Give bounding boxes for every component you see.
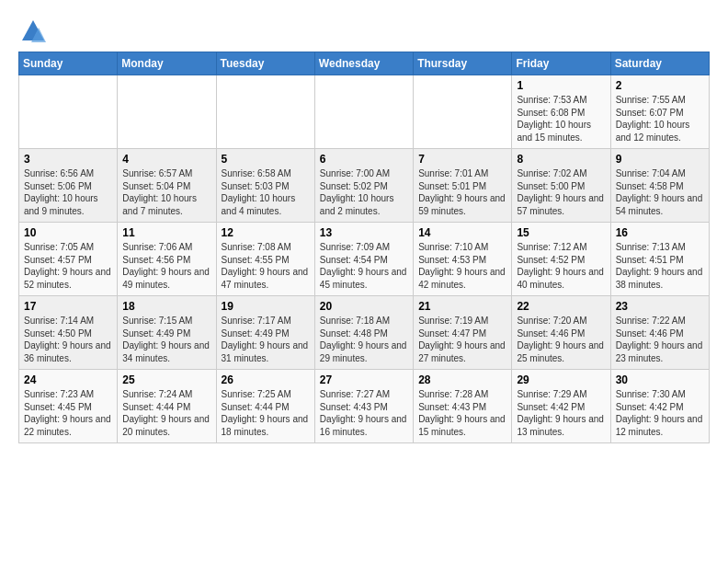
day-number: 16 bbox=[616, 226, 704, 239]
day-info: Sunrise: 7:05 AM Sunset: 4:57 PM Dayligh… bbox=[24, 241, 112, 291]
calendar-cell bbox=[19, 75, 118, 149]
calendar-cell: 10Sunrise: 7:05 AM Sunset: 4:57 PM Dayli… bbox=[19, 223, 118, 296]
day-info: Sunrise: 6:56 AM Sunset: 5:06 PM Dayligh… bbox=[24, 167, 112, 217]
day-info: Sunrise: 7:23 AM Sunset: 4:45 PM Dayligh… bbox=[24, 388, 112, 438]
page-header bbox=[18, 18, 710, 44]
day-info: Sunrise: 7:17 AM Sunset: 4:49 PM Dayligh… bbox=[222, 315, 310, 364]
day-number: 29 bbox=[517, 373, 605, 386]
day-number: 5 bbox=[222, 153, 310, 166]
calendar-cell: 17Sunrise: 7:14 AM Sunset: 4:50 PM Dayli… bbox=[19, 296, 118, 370]
calendar-cell: 12Sunrise: 7:08 AM Sunset: 4:55 PM Dayli… bbox=[216, 223, 314, 296]
day-info: Sunrise: 7:30 AM Sunset: 4:42 PM Dayligh… bbox=[616, 388, 704, 438]
day-info: Sunrise: 7:14 AM Sunset: 4:50 PM Dayligh… bbox=[24, 315, 112, 364]
day-info: Sunrise: 6:57 AM Sunset: 5:04 PM Dayligh… bbox=[122, 167, 210, 217]
calendar-cell: 24Sunrise: 7:23 AM Sunset: 4:45 PM Dayli… bbox=[19, 370, 118, 443]
calendar-cell: 4Sunrise: 6:57 AM Sunset: 5:04 PM Daylig… bbox=[118, 149, 216, 223]
day-info: Sunrise: 7:13 AM Sunset: 4:51 PM Dayligh… bbox=[616, 241, 704, 291]
day-number: 19 bbox=[222, 300, 310, 313]
day-number: 26 bbox=[222, 373, 310, 386]
day-info: Sunrise: 7:20 AM Sunset: 4:46 PM Dayligh… bbox=[517, 315, 605, 364]
day-info: Sunrise: 7:55 AM Sunset: 6:07 PM Dayligh… bbox=[616, 94, 704, 144]
day-number: 3 bbox=[24, 153, 112, 166]
day-info: Sunrise: 7:02 AM Sunset: 5:00 PM Dayligh… bbox=[517, 167, 605, 217]
day-number: 7 bbox=[418, 153, 506, 166]
weekday-header-thursday: Thursday bbox=[414, 52, 512, 75]
calendar-header: SundayMondayTuesdayWednesdayThursdayFrid… bbox=[19, 52, 710, 75]
calendar-cell: 9Sunrise: 7:04 AM Sunset: 4:58 PM Daylig… bbox=[610, 149, 709, 223]
logo-icon bbox=[20, 18, 46, 44]
calendar-week-4: 17Sunrise: 7:14 AM Sunset: 4:50 PM Dayli… bbox=[19, 296, 710, 370]
logo bbox=[18, 18, 46, 44]
day-number: 4 bbox=[122, 153, 210, 166]
calendar-cell: 20Sunrise: 7:18 AM Sunset: 4:48 PM Dayli… bbox=[314, 296, 413, 370]
calendar-cell: 1Sunrise: 7:53 AM Sunset: 6:08 PM Daylig… bbox=[512, 75, 610, 149]
weekday-header-sunday: Sunday bbox=[19, 52, 118, 75]
day-info: Sunrise: 6:58 AM Sunset: 5:03 PM Dayligh… bbox=[222, 167, 310, 217]
calendar-week-1: 1Sunrise: 7:53 AM Sunset: 6:08 PM Daylig… bbox=[19, 75, 710, 149]
calendar-cell: 2Sunrise: 7:55 AM Sunset: 6:07 PM Daylig… bbox=[610, 75, 709, 149]
day-number: 1 bbox=[517, 79, 605, 92]
header-row: SundayMondayTuesdayWednesdayThursdayFrid… bbox=[19, 52, 710, 75]
calendar-cell: 29Sunrise: 7:29 AM Sunset: 4:42 PM Dayli… bbox=[512, 370, 610, 443]
day-info: Sunrise: 7:00 AM Sunset: 5:02 PM Dayligh… bbox=[320, 167, 408, 217]
calendar-cell: 8Sunrise: 7:02 AM Sunset: 5:00 PM Daylig… bbox=[512, 149, 610, 223]
day-number: 20 bbox=[320, 300, 408, 313]
day-number: 14 bbox=[418, 226, 506, 239]
calendar-table: SundayMondayTuesdayWednesdayThursdayFrid… bbox=[18, 52, 710, 443]
calendar-cell: 22Sunrise: 7:20 AM Sunset: 4:46 PM Dayli… bbox=[512, 296, 610, 370]
day-info: Sunrise: 7:04 AM Sunset: 4:58 PM Dayligh… bbox=[616, 167, 704, 217]
day-number: 30 bbox=[616, 373, 704, 386]
day-info: Sunrise: 7:28 AM Sunset: 4:43 PM Dayligh… bbox=[418, 388, 506, 438]
day-number: 2 bbox=[616, 79, 704, 92]
day-info: Sunrise: 7:18 AM Sunset: 4:48 PM Dayligh… bbox=[320, 315, 408, 364]
calendar-cell: 19Sunrise: 7:17 AM Sunset: 4:49 PM Dayli… bbox=[216, 296, 314, 370]
calendar-cell: 21Sunrise: 7:19 AM Sunset: 4:47 PM Dayli… bbox=[414, 296, 512, 370]
day-number: 17 bbox=[24, 300, 112, 313]
weekday-header-wednesday: Wednesday bbox=[314, 52, 413, 75]
day-info: Sunrise: 7:24 AM Sunset: 4:44 PM Dayligh… bbox=[122, 388, 210, 438]
calendar-cell: 15Sunrise: 7:12 AM Sunset: 4:52 PM Dayli… bbox=[512, 223, 610, 296]
day-number: 11 bbox=[122, 226, 210, 239]
calendar-cell bbox=[216, 75, 314, 149]
calendar-week-5: 24Sunrise: 7:23 AM Sunset: 4:45 PM Dayli… bbox=[19, 370, 710, 443]
calendar-cell: 5Sunrise: 6:58 AM Sunset: 5:03 PM Daylig… bbox=[216, 149, 314, 223]
day-number: 25 bbox=[122, 373, 210, 386]
day-number: 12 bbox=[222, 226, 310, 239]
day-number: 28 bbox=[418, 373, 506, 386]
calendar-cell: 26Sunrise: 7:25 AM Sunset: 4:44 PM Dayli… bbox=[216, 370, 314, 443]
weekday-header-friday: Friday bbox=[512, 52, 610, 75]
day-number: 6 bbox=[320, 153, 408, 166]
day-number: 24 bbox=[24, 373, 112, 386]
day-number: 13 bbox=[320, 226, 408, 239]
day-info: Sunrise: 7:09 AM Sunset: 4:54 PM Dayligh… bbox=[320, 241, 408, 291]
weekday-header-tuesday: Tuesday bbox=[216, 52, 314, 75]
day-info: Sunrise: 7:29 AM Sunset: 4:42 PM Dayligh… bbox=[517, 388, 605, 438]
day-info: Sunrise: 7:27 AM Sunset: 4:43 PM Dayligh… bbox=[320, 388, 408, 438]
weekday-header-saturday: Saturday bbox=[610, 52, 709, 75]
day-number: 27 bbox=[320, 373, 408, 386]
calendar-cell bbox=[314, 75, 413, 149]
day-number: 9 bbox=[616, 153, 704, 166]
day-info: Sunrise: 7:12 AM Sunset: 4:52 PM Dayligh… bbox=[517, 241, 605, 291]
calendar-week-2: 3Sunrise: 6:56 AM Sunset: 5:06 PM Daylig… bbox=[19, 149, 710, 223]
day-number: 22 bbox=[517, 300, 605, 313]
calendar-cell: 16Sunrise: 7:13 AM Sunset: 4:51 PM Dayli… bbox=[610, 223, 709, 296]
calendar-cell: 7Sunrise: 7:01 AM Sunset: 5:01 PM Daylig… bbox=[414, 149, 512, 223]
day-info: Sunrise: 7:25 AM Sunset: 4:44 PM Dayligh… bbox=[222, 388, 310, 438]
day-info: Sunrise: 7:19 AM Sunset: 4:47 PM Dayligh… bbox=[418, 315, 506, 364]
calendar-cell: 13Sunrise: 7:09 AM Sunset: 4:54 PM Dayli… bbox=[314, 223, 413, 296]
calendar-cell: 27Sunrise: 7:27 AM Sunset: 4:43 PM Dayli… bbox=[314, 370, 413, 443]
calendar-cell: 11Sunrise: 7:06 AM Sunset: 4:56 PM Dayli… bbox=[118, 223, 216, 296]
calendar-cell: 6Sunrise: 7:00 AM Sunset: 5:02 PM Daylig… bbox=[314, 149, 413, 223]
calendar-cell: 18Sunrise: 7:15 AM Sunset: 4:49 PM Dayli… bbox=[118, 296, 216, 370]
day-info: Sunrise: 7:10 AM Sunset: 4:53 PM Dayligh… bbox=[418, 241, 506, 291]
day-info: Sunrise: 7:53 AM Sunset: 6:08 PM Dayligh… bbox=[517, 94, 605, 144]
day-info: Sunrise: 7:22 AM Sunset: 4:46 PM Dayligh… bbox=[616, 315, 704, 364]
calendar-cell bbox=[118, 75, 216, 149]
calendar-cell: 14Sunrise: 7:10 AM Sunset: 4:53 PM Dayli… bbox=[414, 223, 512, 296]
day-number: 21 bbox=[418, 300, 506, 313]
day-info: Sunrise: 7:06 AM Sunset: 4:56 PM Dayligh… bbox=[122, 241, 210, 291]
calendar-cell bbox=[414, 75, 512, 149]
day-info: Sunrise: 7:15 AM Sunset: 4:49 PM Dayligh… bbox=[122, 315, 210, 364]
day-number: 15 bbox=[517, 226, 605, 239]
